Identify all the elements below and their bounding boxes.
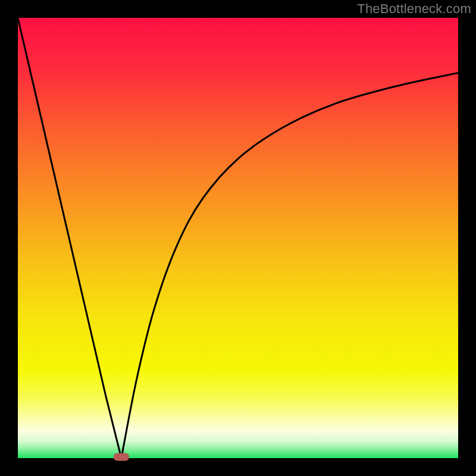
optimal-marker (114, 453, 129, 461)
watermark-text: TheBottleneck.com (357, 1, 471, 17)
chart-frame: TheBottleneck.com (0, 0, 476, 476)
bottleneck-chart (0, 0, 476, 476)
plot-background (18, 18, 458, 458)
